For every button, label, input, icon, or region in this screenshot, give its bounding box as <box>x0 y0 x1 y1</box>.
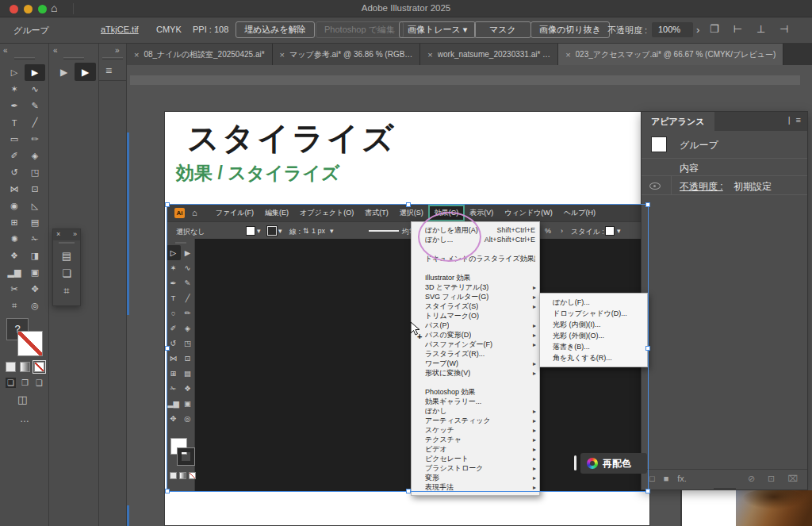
close-window-button[interactable] <box>10 5 18 13</box>
align-icon[interactable]: ▤ <box>62 250 71 262</box>
zoom-tool[interactable]: ◎ <box>25 298 45 314</box>
effect-menu-item[interactable]: 3D とマテリアル(3) ▸ <box>412 282 539 292</box>
direct-selection-tool[interactable]: ▶ <box>181 245 195 260</box>
collapse-panel-icon[interactable]: » <box>73 230 77 240</box>
artboard-tool[interactable]: ▣ <box>181 396 195 411</box>
help-menu[interactable]: ヘルプ(H) <box>558 205 601 221</box>
effect-menu-item[interactable]: ぼかし ▸ <box>412 406 539 416</box>
shape-builder-tool[interactable]: ◉ <box>4 198 25 214</box>
group-color-swatch[interactable] <box>651 136 667 152</box>
effect-menu-item[interactable]: テクスチャ ▸ <box>412 435 539 444</box>
effect-menu-item[interactable]: パスファインダー(F) ▸ <box>412 340 539 349</box>
stylize-submenu-item[interactable]: 光彩 (内側)(I)... <box>540 319 647 330</box>
gradient-button[interactable] <box>20 362 30 372</box>
width-tool[interactable]: ⋈ <box>167 351 181 366</box>
transform-icon[interactable]: ⌗ <box>63 285 69 298</box>
duplicate-item-icon[interactable]: ⊡ <box>768 474 775 484</box>
document-tab[interactable]: × 08_ナイルの相談室_20250425.ai* <box>127 44 273 65</box>
draw-inside-button[interactable]: ❑ <box>34 378 44 388</box>
document-tab[interactable]: × work_natsume_20230331.ai* … <box>420 44 558 65</box>
effect-menu-item[interactable]: 表現手法 ▸ <box>412 482 539 492</box>
effect-menu-item[interactable]: ビデオ ▸ <box>412 444 539 454</box>
edit-toolbar-ellipsis[interactable]: … <box>20 413 30 424</box>
select-menu[interactable]: 選択(S) <box>394 205 429 221</box>
zoom-tool[interactable]: ◎ <box>181 411 195 426</box>
window-menu[interactable]: ウィンドウ(W) <box>499 205 558 221</box>
chevron-down-icon[interactable]: ▾ <box>463 25 468 34</box>
gradient-tool[interactable]: ▤ <box>181 366 195 381</box>
line-segment-tool[interactable]: ╱ <box>181 290 195 305</box>
draw-behind-button[interactable]: ❐ <box>20 378 30 388</box>
width-tool[interactable]: ⋈ <box>4 181 25 198</box>
line-segment-tool[interactable]: ╱ <box>25 114 45 131</box>
effect-menu-item[interactable]: アーティスティック ▸ <box>412 416 539 425</box>
stroke-stepper-icon[interactable]: ⇅ <box>303 227 309 235</box>
scale-tool[interactable]: ◳ <box>181 336 195 351</box>
fill-swatch[interactable] <box>246 226 255 236</box>
add-effect-icon[interactable]: fx. <box>677 474 687 483</box>
screen-mode-button[interactable]: ◫ <box>17 394 27 405</box>
scale-tool[interactable]: ◳ <box>25 164 45 181</box>
print-tiling-tool[interactable]: ⌗ <box>4 298 25 314</box>
close-tab-icon[interactable]: × <box>280 50 285 60</box>
stroke-weight-value[interactable]: 1 px <box>312 227 325 235</box>
chevron-down-icon[interactable]: ▾ <box>617 227 621 235</box>
symbol-sprayer-tool[interactable]: ✺ <box>4 231 25 248</box>
artboard[interactable]: スタイライズ 効果 / スタイライズ Ai ⌂ ファイル(F) 編集(E) <box>164 111 650 526</box>
align-left-icon[interactable]: ⊢ <box>733 23 742 35</box>
chevron-down-icon[interactable]: ▾ <box>330 227 334 235</box>
gradient-button[interactable] <box>179 472 186 479</box>
object-menu[interactable]: オブジェクト(O) <box>294 205 359 221</box>
stylize-submenu-item[interactable]: 角を丸くする(R)... <box>540 352 647 363</box>
hand-tool[interactable]: ✥ <box>25 281 45 298</box>
unembed-button[interactable]: 埋め込みを解除 <box>236 21 315 38</box>
style-swatch[interactable] <box>605 226 615 236</box>
selection-tool[interactable]: ▶ <box>53 63 75 81</box>
effect-menu-item[interactable]: ワープ(W) ▸ <box>412 359 539 368</box>
rectangle-tool[interactable]: ▭ <box>4 131 25 148</box>
pen-tool[interactable]: ✒ <box>4 98 25 114</box>
stroke-swatch[interactable] <box>267 226 277 236</box>
edit-in-photoshop-button[interactable]: Photoshop で編集 <box>316 21 404 38</box>
placed-screenshot-image[interactable]: Ai ⌂ ファイル(F) 編集(E) オブジェクト(O) 書式(T) <box>167 204 649 492</box>
rotate-tool[interactable]: ↺ <box>167 336 181 351</box>
paintbrush-tool[interactable]: ✏ <box>25 131 45 148</box>
blend-tool[interactable]: ❖ <box>4 248 25 264</box>
effect-menu-item[interactable]: ブラシストローク ▸ <box>412 463 539 473</box>
pencil-tool[interactable]: ✐ <box>167 321 181 336</box>
color-button[interactable] <box>170 472 177 479</box>
effect-menu-item[interactable]: トリムマーク(O) <box>412 311 539 321</box>
mask-button[interactable]: マスク <box>474 21 531 38</box>
column-graph-tool[interactable]: ▂▆ <box>4 264 25 281</box>
effect-menu-item[interactable]: パス(P) ▸ <box>412 321 539 330</box>
lasso-tool[interactable]: ∿ <box>25 81 45 98</box>
opacity-value-field[interactable]: 100% <box>652 22 693 37</box>
shaper-tool[interactable]: ✐ <box>4 148 25 164</box>
free-transform-tool[interactable]: ⊡ <box>181 351 195 366</box>
appearance-row-contents[interactable]: 内容 <box>642 159 807 176</box>
effect-menu-item[interactable]: 形状に変換(V) ▸ <box>412 368 539 378</box>
effect-menu-item[interactable]: SVG フィルター(G) ▸ <box>412 292 539 301</box>
visibility-eye-icon[interactable] <box>649 182 661 190</box>
opacity-label[interactable]: 不透明度 : <box>607 25 647 36</box>
document-tab[interactable]: × マップ参考.ai* @ 36.86 % (RGB… <box>273 44 421 65</box>
recolor-button[interactable]: 再配色 <box>580 453 647 474</box>
rotate-tool[interactable]: ↺ <box>4 164 25 181</box>
expand-dock-icon[interactable]: » <box>115 46 120 55</box>
eraser-tool[interactable]: ◈ <box>25 148 45 164</box>
pen-tool[interactable]: ✒ <box>167 275 181 290</box>
eyedropper-tool[interactable]: ✁ <box>167 381 181 396</box>
close-icon[interactable]: × <box>56 230 60 240</box>
panel-resize-handle[interactable] <box>714 488 736 490</box>
curvature-tool[interactable]: ✎ <box>25 98 45 114</box>
tab-appearance[interactable]: アピアランス <box>642 112 714 131</box>
stylize-submenu-item[interactable]: 光彩 (外側)(O)... <box>540 330 647 341</box>
blend-tool[interactable]: ❖ <box>181 381 195 396</box>
artboard-tool[interactable]: ▣ <box>25 264 45 281</box>
dock-drag-handle[interactable] <box>102 57 123 60</box>
chevron-down-icon[interactable]: ▾ <box>278 227 282 235</box>
opacity-link[interactable]: 不透明度 : <box>680 180 723 194</box>
file-menu[interactable]: ファイル(F) <box>210 205 259 221</box>
type-tool[interactable]: T <box>4 114 25 131</box>
mesh-tool[interactable]: ⊞ <box>167 366 181 381</box>
